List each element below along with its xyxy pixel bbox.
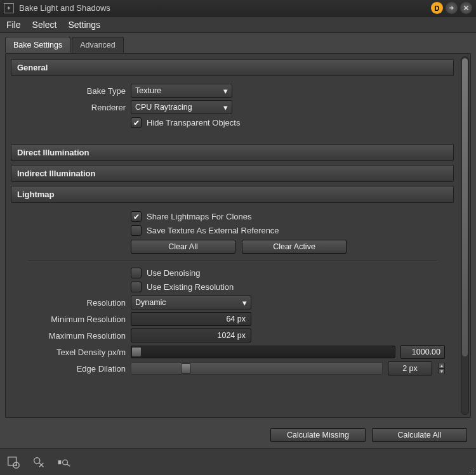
edge-dilation-label: Edge Dilation bbox=[15, 364, 131, 374]
renderer-combo[interactable]: CPU Raytracing ▾ bbox=[131, 100, 232, 114]
spinner-down-icon[interactable]: ▼ bbox=[439, 368, 445, 374]
min-res-label: Minimum Resolution bbox=[15, 315, 131, 324]
content-frame: General Bake Type Texture ▾ Renderer CPU… bbox=[5, 53, 471, 418]
settings-gear-icon[interactable] bbox=[6, 455, 20, 469]
menu-settings[interactable]: Settings bbox=[68, 20, 100, 30]
calculate-all-button[interactable]: Calculate All bbox=[372, 428, 467, 442]
undock-button[interactable] bbox=[446, 2, 458, 14]
resize-grip[interactable] bbox=[467, 466, 475, 474]
use-denoising-check[interactable]: Use Denoising bbox=[131, 268, 450, 278]
clear-active-button[interactable]: Clear Active bbox=[242, 240, 347, 254]
menu-select[interactable]: Select bbox=[32, 20, 57, 30]
share-clones-label: Share Lightmaps For Clones bbox=[147, 212, 251, 221]
chevron-down-icon: ▾ bbox=[221, 103, 230, 112]
edge-dilation-spinner[interactable]: ▲ ▼ bbox=[439, 363, 445, 374]
svg-point-2 bbox=[15, 464, 17, 466]
action-bar: Calculate Missing Calculate All bbox=[270, 428, 467, 442]
texel-density-slider[interactable] bbox=[131, 346, 395, 358]
slider-knob[interactable] bbox=[131, 347, 142, 357]
section-lightmap-header[interactable]: Lightmap bbox=[11, 186, 454, 203]
menu-file[interactable]: File bbox=[6, 20, 21, 30]
tab-bake-settings[interactable]: Bake Settings bbox=[5, 37, 70, 53]
max-res-label: Maximum Resolution bbox=[15, 331, 131, 341]
min-res-field[interactable]: 64 px bbox=[131, 312, 251, 326]
menubar: File Select Settings bbox=[0, 16, 476, 33]
version-badge[interactable]: D bbox=[431, 2, 443, 14]
renderer-label: Renderer bbox=[15, 103, 131, 112]
svg-rect-0 bbox=[8, 457, 17, 465]
svg-rect-4 bbox=[58, 460, 62, 464]
window-title: Bake Light and Shadows bbox=[19, 3, 428, 13]
renderer-value: CPU Raytracing bbox=[135, 103, 192, 112]
checkbox-icon bbox=[131, 117, 142, 128]
use-existing-label: Use Existing Resolution bbox=[147, 282, 234, 292]
resolution-value: Dynamic bbox=[135, 298, 166, 307]
max-res-field[interactable]: 1024 px bbox=[131, 329, 251, 342]
checkbox-icon bbox=[131, 282, 142, 292]
bake-type-combo[interactable]: Texture ▾ bbox=[131, 84, 232, 98]
checkbox-icon bbox=[131, 211, 142, 222]
texel-density-value[interactable]: 1000.00 bbox=[400, 345, 445, 359]
clear-select-icon[interactable] bbox=[32, 455, 46, 469]
share-clones-check[interactable]: Share Lightmaps For Clones bbox=[131, 211, 450, 222]
bake-type-value: Texture bbox=[135, 86, 161, 95]
edge-dilation-value[interactable]: 2 px bbox=[388, 361, 432, 375]
titlebar: ✦ Bake Light and Shadows D bbox=[0, 0, 476, 16]
checkbox-icon bbox=[131, 268, 142, 278]
slider-knob[interactable] bbox=[181, 363, 191, 374]
tab-advanced[interactable]: Advanced bbox=[72, 37, 124, 53]
section-general-body: Bake Type Texture ▾ Renderer CPU Raytrac… bbox=[11, 76, 454, 140]
clear-all-button[interactable]: Clear All bbox=[131, 240, 235, 254]
scroll-area: General Bake Type Texture ▾ Renderer CPU… bbox=[6, 54, 459, 417]
save-external-label: Save Texture As External Reference bbox=[147, 226, 279, 235]
resolution-combo[interactable]: Dynamic ▾ bbox=[131, 296, 251, 309]
save-external-check[interactable]: Save Texture As External Reference bbox=[131, 225, 450, 236]
calculate-missing-button[interactable]: Calculate Missing bbox=[270, 428, 366, 442]
tag-icon[interactable] bbox=[57, 455, 71, 469]
svg-point-3 bbox=[34, 457, 40, 463]
section-lightmap-body: Share Lightmaps For Clones Save Texture … bbox=[11, 203, 454, 387]
edge-dilation-slider[interactable] bbox=[131, 362, 383, 375]
bake-type-label: Bake Type bbox=[15, 86, 131, 96]
section-direct-illum-header[interactable]: Direct Illumination bbox=[11, 144, 454, 161]
texel-density-label: Texel Density px/m bbox=[15, 348, 131, 357]
svg-point-5 bbox=[63, 460, 68, 465]
tab-strip: Bake Settings Advanced bbox=[0, 33, 476, 53]
vertical-scrollbar[interactable] bbox=[461, 56, 469, 415]
separator bbox=[27, 260, 437, 261]
use-denoising-label: Use Denoising bbox=[147, 268, 201, 278]
use-existing-check[interactable]: Use Existing Resolution bbox=[131, 282, 450, 292]
checkbox-icon bbox=[131, 225, 142, 236]
spinner-up-icon[interactable]: ▲ bbox=[439, 363, 445, 368]
app-icon: ✦ bbox=[4, 3, 14, 13]
chevron-down-icon: ▾ bbox=[240, 298, 249, 307]
hide-transparent-check[interactable]: Hide Transparent Objects bbox=[131, 117, 450, 128]
hide-transparent-label: Hide Transparent Objects bbox=[147, 118, 240, 127]
close-button[interactable] bbox=[460, 2, 472, 14]
chevron-down-icon: ▾ bbox=[221, 86, 230, 95]
section-indirect-illum-header[interactable]: Indirect Illumination bbox=[11, 165, 454, 182]
resolution-label: Resolution bbox=[15, 298, 131, 308]
section-general-header[interactable]: General bbox=[11, 59, 454, 76]
statusbar bbox=[0, 448, 476, 475]
scrollbar-thumb[interactable] bbox=[462, 58, 468, 356]
